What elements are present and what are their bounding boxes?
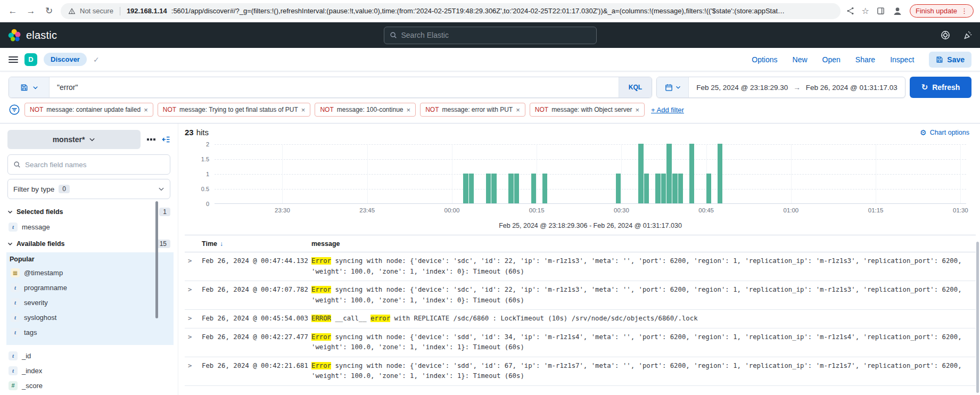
date-range: Feb 25, 2024 @ 23:18:29.30 → Feb 26, 202… (689, 77, 905, 97)
expand-row-icon[interactable]: > (188, 332, 202, 353)
side-panel-icon[interactable] (876, 6, 885, 15)
field-item-severity[interactable]: tseverity (10, 295, 169, 310)
sidebar-scrollbar[interactable] (155, 201, 158, 318)
toolbar-link-new[interactable]: New (793, 55, 808, 64)
field-item-id[interactable]: t_id (7, 348, 170, 363)
refresh-button[interactable]: ↻ Refresh (910, 77, 971, 98)
filter-pill[interactable]: NOTmessage: 100-continue× (315, 103, 416, 117)
toolbar-link-open[interactable]: Open (822, 55, 841, 64)
finish-update-button[interactable]: Finish update ⋮ (910, 4, 974, 18)
remove-filter-icon[interactable]: × (407, 106, 411, 114)
field-item-message[interactable]: tmessage (7, 219, 170, 234)
share-icon[interactable] (846, 6, 855, 15)
toolbar-link-inspect[interactable]: Inspect (890, 55, 914, 64)
chart-gridline-h (215, 144, 966, 145)
histogram-bar[interactable] (706, 174, 712, 203)
histogram-bar[interactable] (514, 174, 520, 203)
address-bar[interactable]: Not secure 192.168.1.14:5601/app/discove… (61, 3, 841, 19)
chart-gridline-v (367, 144, 368, 203)
chrome-menu-icon[interactable]: ⋮ (961, 7, 968, 15)
field-item-score[interactable]: #_score (7, 378, 170, 393)
query-input[interactable] (50, 77, 619, 97)
field-search-input[interactable] (25, 161, 164, 169)
chevron-down-icon (158, 186, 164, 192)
filter-pill[interactable]: NOTmessage: error with PUT× (420, 103, 525, 117)
histogram-bar[interactable] (531, 174, 537, 203)
toolbar-link-share[interactable]: Share (855, 55, 875, 64)
chart-options-button[interactable]: ⚙ Chart options (920, 128, 969, 137)
selected-fields-header[interactable]: Selected fields 1 (7, 205, 170, 218)
date-quick-menu-button[interactable] (657, 77, 689, 97)
url-host: 192.168.1.14 (127, 7, 167, 15)
filter-by-type[interactable]: Filter by type 0 (7, 179, 170, 199)
histogram-bar[interactable] (491, 174, 497, 203)
chart-plot[interactable] (215, 144, 966, 204)
histogram-bar[interactable] (469, 174, 474, 203)
help-icon[interactable] (941, 30, 950, 40)
date-from[interactable]: Feb 25, 2024 @ 23:18:29.30 (696, 84, 788, 92)
add-filter-link[interactable]: + Add filter (651, 106, 684, 114)
field-item-programname[interactable]: tprogramname (10, 280, 169, 295)
global-search-input[interactable] (401, 31, 591, 39)
column-header-time[interactable]: Time ↓ (202, 240, 311, 248)
histogram-bar[interactable] (542, 174, 548, 203)
news-icon[interactable] (963, 30, 973, 40)
histogram-bar[interactable] (689, 144, 695, 203)
remove-filter-icon[interactable]: × (516, 106, 520, 114)
table-scrollbar[interactable] (976, 242, 979, 393)
field-item-tags[interactable]: ttags (10, 325, 169, 340)
histogram-bar[interactable] (508, 174, 514, 203)
expand-row-icon[interactable]: > (188, 285, 202, 306)
forward-icon[interactable]: → (24, 6, 37, 17)
filter-pill[interactable]: NOTmessage: container update failed× (24, 103, 153, 117)
date-to[interactable]: Feb 26, 2024 @ 01:31:17.03 (806, 84, 897, 92)
profile-avatar[interactable] (892, 6, 903, 17)
bookmark-star-icon[interactable]: ☆ (862, 6, 869, 16)
query-section: KQL Feb 25, 2024 @ 23:18:29.30 → Feb 26,… (0, 71, 980, 124)
security-label[interactable]: Not secure (80, 7, 113, 15)
query-language-button[interactable]: KQL (619, 77, 652, 97)
collapse-sidebar-icon[interactable] (162, 135, 170, 144)
filter-pill[interactable]: NOTmessage: Trying to get final status o… (158, 103, 311, 117)
breadcrumb[interactable]: Discover (44, 53, 87, 66)
field-item-sysloghost[interactable]: tsysloghost (10, 310, 169, 325)
menu-hamburger-icon[interactable] (9, 56, 18, 63)
global-search-box[interactable] (384, 27, 597, 44)
histogram-bar[interactable] (638, 144, 644, 203)
save-button[interactable]: Save (929, 52, 971, 68)
remove-filter-icon[interactable]: × (301, 106, 306, 114)
expand-row-icon[interactable]: > (188, 256, 202, 277)
remove-filter-icon[interactable]: × (636, 106, 640, 114)
histogram-bar[interactable] (661, 174, 666, 203)
histogram-bar[interactable] (666, 144, 672, 203)
y-axis-label: 1 (188, 171, 209, 177)
histogram-bar[interactable] (644, 174, 649, 203)
filter-label: message: with Object server (551, 106, 632, 113)
field-list-options-icon[interactable] (147, 138, 155, 141)
histogram-bar[interactable] (672, 174, 678, 203)
histogram-bar[interactable] (486, 174, 491, 203)
column-header-message[interactable]: message (311, 240, 976, 248)
saved-query-menu-button[interactable] (9, 77, 50, 97)
histogram-bar[interactable] (678, 174, 683, 203)
histogram-bar[interactable] (655, 174, 661, 203)
data-view-picker[interactable]: monster* (7, 130, 141, 149)
remove-filter-icon[interactable]: × (144, 106, 148, 114)
expand-row-icon[interactable]: > (188, 314, 202, 324)
field-search-box[interactable] (7, 154, 170, 175)
chart-gridline-v (452, 144, 452, 203)
histogram-bar[interactable] (616, 174, 621, 203)
histogram-bar[interactable] (463, 174, 468, 203)
toolbar-link-options[interactable]: Options (752, 55, 777, 64)
reload-icon[interactable]: ↻ (43, 5, 55, 17)
back-icon[interactable]: ← (6, 6, 19, 17)
filter-pill[interactable]: NOTmessage: with Object server× (530, 103, 645, 117)
app-badge[interactable]: D (24, 53, 37, 66)
field-item-index[interactable]: t_index (7, 363, 170, 378)
available-fields-header[interactable]: Available fields 15 (7, 237, 170, 250)
expand-row-icon[interactable]: > (188, 361, 202, 382)
field-item-@timestamp[interactable]: ▦@timestamp (10, 265, 169, 280)
filter-label: message: Trying to get final status of P… (179, 106, 298, 113)
histogram-bar[interactable] (718, 144, 723, 203)
filter-menu-icon[interactable] (9, 104, 20, 116)
